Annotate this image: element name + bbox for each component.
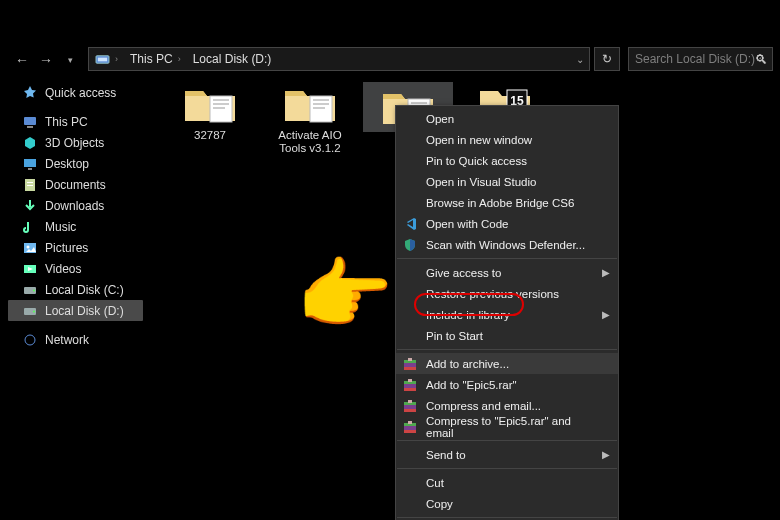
sidebar-item-label: Videos bbox=[45, 262, 81, 276]
menu-item[interactable]: Cut bbox=[396, 472, 618, 493]
svg-rect-3 bbox=[27, 126, 33, 128]
rar-icon bbox=[402, 356, 418, 372]
menu-item[interactable]: Give access to▶ bbox=[396, 262, 618, 283]
svg-rect-7 bbox=[27, 182, 33, 183]
sidebar: Quick accessThis PC3D ObjectsDesktopDocu… bbox=[8, 82, 143, 350]
submenu-arrow-icon: ▶ bbox=[602, 309, 610, 320]
sidebar-item-3d[interactable]: 3D Objects bbox=[8, 132, 143, 153]
menu-item-label: Cut bbox=[426, 477, 444, 489]
nav-back-button[interactable]: ← bbox=[10, 48, 34, 72]
sidebar-item-music[interactable]: Music bbox=[8, 216, 143, 237]
sidebar-item-label: 3D Objects bbox=[45, 136, 104, 150]
rar-icon bbox=[402, 419, 418, 435]
sidebar-item-label: Desktop bbox=[45, 157, 89, 171]
folder-label: 32787 bbox=[194, 129, 226, 142]
folder-item[interactable]: 32787 bbox=[165, 82, 255, 142]
breadcrumb-label: Local Disk (D:) bbox=[193, 52, 272, 66]
menu-item[interactable]: Send to▶ bbox=[396, 444, 618, 465]
folder-icon bbox=[282, 82, 338, 126]
svg-point-14 bbox=[33, 289, 35, 291]
menu-item[interactable]: Open bbox=[396, 108, 618, 129]
menu-item[interactable]: Compress to "Epic5.rar" and email bbox=[396, 416, 618, 437]
svg-rect-24 bbox=[313, 103, 329, 105]
menu-item[interactable]: Browse in Adobe Bridge CS6 bbox=[396, 192, 618, 213]
sidebar-item-disk[interactable]: Local Disk (C:) bbox=[8, 279, 143, 300]
search-input[interactable]: Search Local Disk (D:) 🔍︎ bbox=[628, 47, 773, 71]
breadcrumb-label: This PC bbox=[130, 52, 173, 66]
menu-separator bbox=[397, 440, 617, 441]
sidebar-item-label: Network bbox=[45, 333, 89, 347]
sidebar-item-label: Quick access bbox=[45, 86, 116, 100]
menu-item-label: Add to "Epic5.rar" bbox=[426, 379, 517, 391]
menu-item-label: Give access to bbox=[426, 267, 501, 279]
sidebar-item-label: Local Disk (D:) bbox=[45, 304, 124, 318]
pic-icon bbox=[22, 240, 38, 256]
shield-icon bbox=[402, 237, 418, 253]
svg-rect-41 bbox=[404, 409, 416, 412]
svg-rect-42 bbox=[408, 400, 412, 403]
svg-rect-33 bbox=[404, 367, 416, 370]
menu-item-label: Browse in Adobe Bridge CS6 bbox=[426, 197, 574, 209]
sidebar-item-disk[interactable]: Local Disk (D:) bbox=[8, 300, 143, 321]
svg-rect-4 bbox=[24, 159, 36, 167]
menu-item-label: Send to bbox=[426, 449, 466, 461]
svg-rect-27 bbox=[411, 102, 427, 104]
star-icon bbox=[22, 85, 38, 101]
folder-label: Activate AIO Tools v3.1.2 bbox=[265, 129, 355, 155]
down-icon bbox=[22, 198, 38, 214]
sidebar-item-video[interactable]: Videos bbox=[8, 258, 143, 279]
sidebar-item-down[interactable]: Downloads bbox=[8, 195, 143, 216]
menu-item[interactable]: Add to "Epic5.rar" bbox=[396, 374, 618, 395]
sidebar-item-star[interactable]: Quick access bbox=[8, 82, 143, 103]
sidebar-item-label: Documents bbox=[45, 178, 106, 192]
menu-item[interactable]: Restore previous versions bbox=[396, 283, 618, 304]
sidebar-item-net[interactable]: Network bbox=[8, 329, 143, 350]
sidebar-item-label: Local Disk (C:) bbox=[45, 283, 124, 297]
menu-item[interactable]: Add to archive... bbox=[396, 353, 618, 374]
menu-item-label: Open in new window bbox=[426, 134, 532, 146]
folder-icon bbox=[182, 82, 238, 126]
menu-item[interactable]: Copy bbox=[396, 493, 618, 514]
svg-point-17 bbox=[25, 335, 35, 345]
nav-recent-dropdown[interactable]: ▾ bbox=[58, 48, 82, 72]
breadcrumb-this-pc[interactable]: This PC› bbox=[124, 48, 187, 70]
pc-icon bbox=[22, 114, 38, 130]
folder-item[interactable]: Activate AIO Tools v3.1.2 bbox=[265, 82, 355, 155]
menu-item[interactable]: Include in library▶ bbox=[396, 304, 618, 325]
3d-icon bbox=[22, 135, 38, 151]
sidebar-item-desktop[interactable]: Desktop bbox=[8, 153, 143, 174]
search-icon: 🔍︎ bbox=[755, 52, 768, 67]
svg-rect-38 bbox=[408, 379, 412, 382]
sidebar-item-doc[interactable]: Documents bbox=[8, 174, 143, 195]
menu-item[interactable]: Open with Code bbox=[396, 213, 618, 234]
submenu-arrow-icon: ▶ bbox=[602, 267, 610, 278]
chevron-right-icon: › bbox=[115, 54, 118, 64]
svg-rect-23 bbox=[313, 99, 329, 101]
address-bar[interactable]: › This PC› Local Disk (D:) ⌄ bbox=[88, 47, 590, 71]
menu-item[interactable]: Open in Visual Studio bbox=[396, 171, 618, 192]
svg-rect-19 bbox=[213, 99, 229, 101]
address-dropdown-icon[interactable]: ⌄ bbox=[576, 54, 589, 65]
breadcrumb-drive[interactable]: Local Disk (D:) bbox=[187, 48, 278, 70]
menu-item[interactable]: Scan with Windows Defender... bbox=[396, 234, 618, 255]
address-icon: › bbox=[89, 48, 124, 70]
menu-item-label: Scan with Windows Defender... bbox=[426, 239, 585, 251]
menu-separator bbox=[397, 258, 617, 259]
sidebar-item-label: This PC bbox=[45, 115, 88, 129]
menu-item[interactable]: Compress and email... bbox=[396, 395, 618, 416]
rar-icon bbox=[402, 398, 418, 414]
disk-icon bbox=[22, 282, 38, 298]
menu-item[interactable]: Open in new window bbox=[396, 129, 618, 150]
sidebar-item-pc[interactable]: This PC bbox=[8, 111, 143, 132]
svg-rect-37 bbox=[404, 388, 416, 391]
menu-item[interactable]: Pin to Start bbox=[396, 325, 618, 346]
svg-rect-8 bbox=[27, 185, 33, 186]
menu-item[interactable]: Pin to Quick access bbox=[396, 150, 618, 171]
sidebar-item-label: Downloads bbox=[45, 199, 104, 213]
sidebar-item-pic[interactable]: Pictures bbox=[8, 237, 143, 258]
refresh-button[interactable]: ↻ bbox=[594, 47, 620, 71]
menu-item-label: Open in Visual Studio bbox=[426, 176, 536, 188]
svg-rect-5 bbox=[28, 168, 32, 170]
nav-forward-button[interactable]: → bbox=[34, 48, 58, 72]
annotation-pointing-hand-icon: 👉 bbox=[296, 255, 393, 333]
